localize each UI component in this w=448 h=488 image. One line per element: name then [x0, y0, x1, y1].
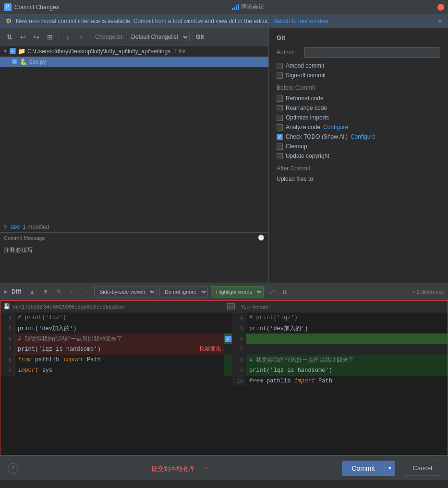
diff-toggle-button[interactable]: ⇄	[266, 286, 277, 297]
diff-prev-button[interactable]: ▲	[27, 286, 37, 297]
cleanup-checkbox[interactable]	[277, 143, 283, 150]
move-up-button[interactable]: ↑	[75, 31, 87, 43]
diff-highlight-select[interactable]: Highlight words	[211, 286, 264, 298]
check-todo-configure-link[interactable]: Configure	[351, 133, 375, 140]
compare-change-label: 比较变化	[200, 345, 221, 352]
changelist-dropdown[interactable]: Default Changelist	[126, 32, 190, 42]
author-label: Author:	[277, 49, 301, 56]
info-icon: ⚙	[6, 17, 12, 25]
diff-back-button[interactable]: ←	[67, 286, 78, 297]
analyze-configure-link[interactable]: Configure	[323, 124, 348, 131]
table-row: 4 # print('lqz')	[224, 312, 448, 323]
expand-all-button[interactable]: ⇅	[4, 31, 15, 43]
center-text: 腾讯会议	[241, 3, 264, 11]
branch-info: ⑂ dev 1 modified	[0, 221, 268, 232]
right-header-checkbox[interactable]: ☑	[227, 303, 235, 309]
table-row: ✓ 6	[224, 333, 448, 344]
file-checkbox[interactable]: ✓	[12, 59, 18, 65]
author-row: Author:	[277, 47, 440, 58]
separator3	[193, 32, 193, 42]
commit-message-header: Commit Message 🕐	[0, 233, 268, 243]
title-bar-center: 腾讯会议	[232, 3, 264, 11]
reformat-code-label: Reformat code	[286, 95, 324, 102]
sign-off-checkbox[interactable]	[277, 72, 283, 79]
diff-left-header: 💾 ee7173b032f34ef6329098e5ab6b9fee9fdadc…	[0, 301, 224, 312]
changelist-label: Changelist:	[95, 34, 124, 40]
diff-content-area: 💾 ee7173b032f34ef6329098e5ab6b9fee9fdadc…	[0, 300, 448, 455]
check-todo-checkbox[interactable]: ✓	[277, 134, 283, 140]
commit-dropdown-button[interactable]: ▼	[385, 461, 395, 476]
analyze-code-label: Analyze code	[286, 124, 320, 131]
after-commit-divider: After Commit	[277, 165, 440, 172]
title-bar-left: P Commit Changes	[4, 3, 59, 11]
amend-commit-label: Amend commit	[286, 62, 324, 69]
optimize-imports-label: Optimize imports	[286, 114, 329, 121]
reformat-code-checkbox[interactable]	[277, 95, 283, 102]
table-row: 9 import sys	[0, 365, 224, 376]
tree-arrow-icon: ▼	[3, 48, 8, 54]
table-row: 10 from pathlib import Path	[224, 376, 448, 386]
cancel-button[interactable]: Cancel	[405, 461, 440, 476]
author-input[interactable]	[304, 47, 440, 58]
diff-edit-button[interactable]: ✎	[54, 286, 64, 297]
move-down-button[interactable]: ↓	[62, 31, 73, 43]
rearrange-code-row: Rearrange code	[277, 105, 440, 111]
bottom-bar: ? 提交到本地仓库 → Commit ▼ Cancel	[0, 455, 448, 480]
analyze-code-row: Analyze code Configure	[277, 124, 440, 131]
diff-ignore-select[interactable]: Do not ignore	[159, 286, 208, 298]
optimize-imports-row: Optimize imports	[277, 114, 440, 121]
commit-message-area: Commit Message 🕐 注释必须写	[0, 232, 268, 283]
cleanup-row: Cleanup	[277, 143, 440, 150]
file-tree: ▼ ✓ 📁 C:\Users\oldboy\Desktop\luffy\luff…	[0, 46, 268, 221]
clock-icon[interactable]: 🕐	[258, 235, 265, 241]
diff-grid-button[interactable]: ⊞	[280, 286, 291, 297]
layout-button[interactable]: ⊞	[44, 31, 56, 43]
table-row: 7	[224, 344, 448, 355]
commit-message-label: Commit Message	[4, 235, 45, 241]
main-window: P Commit Changes 腾讯会议 ✕ ⚙ New non-modal …	[0, 0, 448, 488]
help-button[interactable]: ?	[8, 463, 18, 474]
diff-section: ▶ Diff ▲ ▼ ✎ ← → Side-by-side viewer Do …	[0, 283, 448, 455]
left-panel: ⇅ ↩ ↪ ⊞ ↓ ↑ Changelist: Default Changeli…	[0, 28, 269, 283]
file-tree-header[interactable]: ▼ ✓ 📁 C:\Users\oldboy\Desktop\luffy\luff…	[0, 46, 268, 57]
diff-panels: 💾 ee7173b032f34ef6329098e5ab6b9fee9fdadc…	[0, 301, 448, 455]
update-copyright-label: Update copyright	[286, 153, 329, 159]
optimize-imports-checkbox[interactable]	[277, 115, 283, 121]
folder-icon: 📁	[18, 48, 25, 55]
diff-toolbar: ▶ Diff ▲ ▼ ✎ ← → Side-by-side viewer Do …	[0, 283, 448, 300]
tree-root-checkbox[interactable]: ✓	[10, 48, 16, 54]
update-copyright-checkbox[interactable]	[277, 153, 283, 159]
before-commit-divider: Before Commit	[277, 84, 440, 91]
undo-button[interactable]: ↩	[17, 31, 29, 43]
panels-row: ⇅ ↩ ↪ ⊞ ↓ ↑ Changelist: Default Changeli…	[0, 28, 448, 283]
amend-commit-checkbox[interactable]	[277, 63, 283, 69]
file-name: dev.py	[29, 59, 46, 65]
update-copyright-row: Update copyright	[277, 153, 440, 159]
title-bar: P Commit Changes 腾讯会议 ✕	[0, 0, 448, 14]
diff-left-panel: 💾 ee7173b032f34ef6329098e5ab6b9fee9fdadc…	[0, 301, 224, 455]
diff-line-checkbox[interactable]: ✓	[225, 336, 231, 342]
app-icon: P	[4, 3, 12, 11]
redo-button[interactable]: ↪	[31, 31, 42, 43]
separator	[59, 32, 59, 42]
diff-right-label: Your version	[241, 304, 270, 309]
commit-message-input[interactable]: 注释必须写	[0, 243, 268, 281]
table-row: 8 from pathlib import Path	[0, 355, 224, 365]
analyze-code-checkbox[interactable]	[277, 124, 283, 131]
diff-forward-button[interactable]: →	[81, 286, 91, 297]
banner-close-button[interactable]: ✕	[437, 18, 442, 24]
right-panel: Git Author: Amend commit Sign-off commit…	[269, 28, 448, 283]
switch-to-tool-window-link[interactable]: Switch to tool window	[273, 18, 328, 24]
git-label: Git	[196, 34, 204, 40]
close-button[interactable]: ✕	[437, 4, 444, 11]
window-title: Commit Changes	[14, 4, 59, 11]
rearrange-code-checkbox[interactable]	[277, 105, 283, 111]
rearrange-code-label: Rearrange code	[286, 105, 327, 111]
commit-button[interactable]: Commit	[342, 461, 384, 476]
diff-next-button[interactable]: ▼	[40, 286, 51, 297]
list-item[interactable]: ✓ 🐍 dev.py	[0, 57, 268, 67]
table-row: 6 # 我觉得我的代码好一点所以我冲回来了	[0, 333, 224, 344]
diff-viewer-select[interactable]: Side-by-side viewer	[94, 286, 157, 298]
file-count: 1 file	[174, 48, 185, 54]
amend-commit-row: Amend commit	[277, 62, 440, 69]
